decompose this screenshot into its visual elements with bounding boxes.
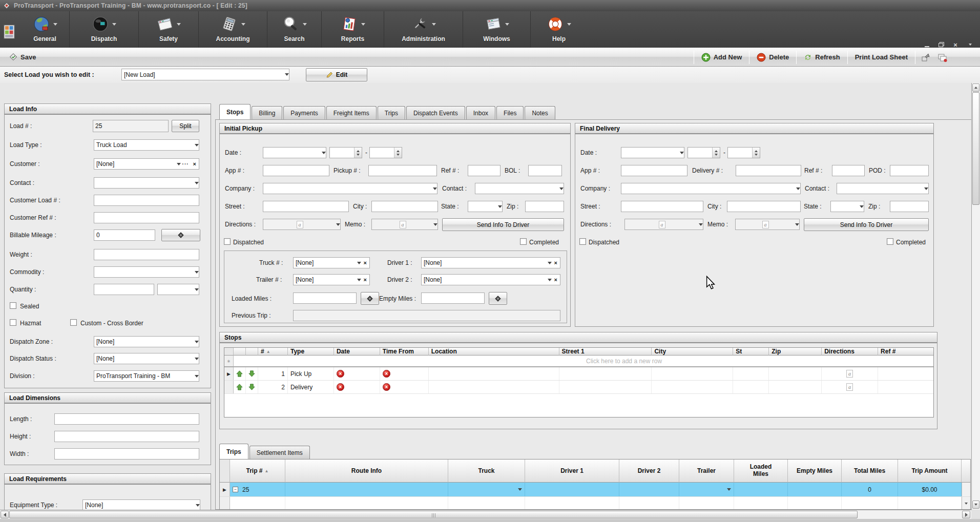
loaded-miles-input[interactable] bbox=[293, 293, 357, 304]
goto-button[interactable] bbox=[918, 51, 934, 64]
delivery-zip-input[interactable] bbox=[890, 201, 929, 212]
stop-time-cell[interactable]: × bbox=[380, 381, 429, 393]
column-date[interactable]: Date bbox=[334, 348, 380, 356]
spin-down-icon[interactable] bbox=[397, 154, 400, 156]
width-input[interactable] bbox=[54, 448, 199, 460]
height-input[interactable] bbox=[54, 431, 199, 442]
quantity-input[interactable] bbox=[94, 284, 154, 295]
close-window-layout-button[interactable] bbox=[934, 51, 950, 64]
menu-reports[interactable]: Reports bbox=[322, 11, 384, 48]
pickup-app-input[interactable] bbox=[263, 165, 329, 176]
spin-down-icon[interactable] bbox=[755, 154, 758, 156]
delivery-memo-select[interactable]: a bbox=[735, 219, 800, 230]
loaded-miles-lookup-button[interactable] bbox=[361, 292, 379, 305]
split-button[interactable]: Split bbox=[172, 120, 199, 132]
delivery-contact-select[interactable] bbox=[837, 183, 929, 194]
move-up-button[interactable] bbox=[234, 367, 246, 380]
pickup-zip-input[interactable] bbox=[525, 201, 564, 212]
contact-select[interactable] bbox=[94, 177, 199, 189]
delivery-app-input[interactable] bbox=[621, 165, 687, 176]
column-empty-miles[interactable]: Empty Miles bbox=[788, 460, 842, 483]
pickup-company-select[interactable] bbox=[263, 183, 437, 194]
driver2-select[interactable]: [None]× bbox=[421, 274, 560, 285]
clear-icon[interactable]: × bbox=[191, 161, 199, 167]
length-input[interactable] bbox=[54, 413, 199, 425]
pickup-completed-checkbox[interactable] bbox=[520, 238, 527, 245]
stop-date-cell[interactable]: × bbox=[334, 381, 380, 393]
commodity-select[interactable] bbox=[94, 266, 199, 278]
truck-select[interactable]: [None]× bbox=[293, 257, 370, 268]
new-row-hint[interactable]: ∗ Click here to add a new row bbox=[224, 356, 933, 367]
menu-safety[interactable]: Safety bbox=[139, 11, 198, 48]
column-st[interactable]: St bbox=[733, 348, 769, 356]
column-driver2[interactable]: Driver 2 bbox=[619, 460, 679, 483]
load-select[interactable]: [New Load] bbox=[121, 69, 289, 80]
spin-up-icon[interactable] bbox=[755, 150, 758, 152]
delivery-street-input[interactable] bbox=[621, 201, 703, 212]
billable-mileage-input[interactable] bbox=[94, 229, 155, 241]
tab-freight-items[interactable]: Freight Items bbox=[326, 106, 377, 119]
chevron-down-icon[interactable] bbox=[969, 44, 972, 46]
close-button[interactable]: × bbox=[951, 41, 960, 48]
hazmat-checkbox[interactable] bbox=[10, 319, 16, 326]
spin-up-icon[interactable] bbox=[715, 150, 718, 152]
dispatch-zone-select[interactable]: [None] bbox=[94, 336, 199, 347]
pickup-time-from-spinner[interactable] bbox=[329, 147, 362, 158]
scrollbar-thumb[interactable] bbox=[972, 92, 979, 205]
add-new-button[interactable]: Add New bbox=[696, 51, 747, 64]
column-zip[interactable]: Zip bbox=[769, 348, 822, 356]
custom-cross-border-checkbox[interactable] bbox=[70, 319, 77, 326]
pickup-date-select[interactable] bbox=[263, 147, 326, 158]
delivery-date-select[interactable] bbox=[621, 147, 684, 158]
pickup-dispatched-checkbox[interactable] bbox=[224, 238, 231, 245]
customer-select[interactable]: [None]···× bbox=[94, 158, 199, 170]
trailer-select[interactable]: [None]× bbox=[293, 274, 370, 285]
spin-up-icon[interactable] bbox=[397, 150, 400, 152]
delete-button[interactable]: Delete bbox=[752, 51, 794, 64]
delivery-city-input[interactable] bbox=[727, 201, 801, 212]
move-up-button[interactable] bbox=[234, 381, 246, 393]
customer-load-input[interactable] bbox=[94, 195, 199, 206]
column-total-miles[interactable]: Total Miles bbox=[842, 460, 898, 483]
column-city[interactable]: City bbox=[652, 348, 733, 356]
edit-button[interactable]: Edit bbox=[306, 68, 367, 81]
driver1-select[interactable]: [None]× bbox=[421, 257, 560, 268]
pickup-bol-input[interactable] bbox=[528, 165, 562, 176]
clear-icon[interactable]: × bbox=[552, 260, 560, 266]
vertical-scrollbar[interactable] bbox=[971, 83, 980, 519]
menu-help[interactable]: Help bbox=[531, 11, 587, 48]
pickup-contact-select[interactable] bbox=[475, 183, 564, 194]
pickup-street-input[interactable] bbox=[263, 201, 349, 212]
column-trailer[interactable]: Trailer bbox=[679, 460, 734, 483]
clear-icon[interactable]: × bbox=[552, 277, 560, 283]
trip-trailer-cell[interactable] bbox=[679, 483, 734, 496]
send-info-to-driver-button[interactable]: Send Info To Driver bbox=[804, 218, 929, 231]
scroll-right-button[interactable] bbox=[962, 511, 970, 518]
stop-row[interactable]: ▶ 1 Pick Up × × a bbox=[224, 367, 933, 381]
column-route-info[interactable]: Route Info bbox=[285, 460, 448, 483]
move-down-button[interactable] bbox=[246, 367, 258, 380]
column-location[interactable]: Location bbox=[429, 348, 559, 356]
tab-settlement-items[interactable]: Settlement Items bbox=[249, 446, 310, 459]
delivery-time-to-spinner[interactable] bbox=[727, 147, 760, 158]
move-down-button[interactable] bbox=[246, 381, 258, 393]
column-type[interactable]: Type bbox=[288, 348, 334, 356]
column-trip-amount[interactable]: Trip Amount bbox=[898, 460, 962, 483]
clear-icon[interactable]: × bbox=[361, 277, 369, 283]
send-info-to-driver-button[interactable]: Send Info To Driver bbox=[442, 218, 564, 231]
load-type-select[interactable]: Truck Load bbox=[94, 139, 199, 151]
column-trip-number[interactable]: Trip #▲ bbox=[230, 460, 285, 483]
menu-search[interactable]: Search bbox=[267, 11, 321, 48]
column-truck[interactable]: Truck bbox=[448, 460, 525, 483]
scroll-left-button[interactable] bbox=[1, 511, 9, 518]
load-number-input[interactable] bbox=[93, 120, 169, 132]
weight-input[interactable] bbox=[94, 249, 199, 260]
refresh-button[interactable]: Refresh bbox=[799, 51, 845, 64]
delivery-time-from-spinner[interactable] bbox=[687, 147, 720, 158]
empty-miles-input[interactable] bbox=[421, 293, 485, 304]
column-loaded-miles[interactable]: Loaded Miles bbox=[734, 460, 788, 483]
column-directions[interactable]: Directions bbox=[822, 348, 878, 356]
tab-billing[interactable]: Billing bbox=[252, 106, 282, 119]
delivery-completed-checkbox[interactable] bbox=[887, 238, 893, 245]
scroll-up-button[interactable] bbox=[972, 83, 979, 92]
